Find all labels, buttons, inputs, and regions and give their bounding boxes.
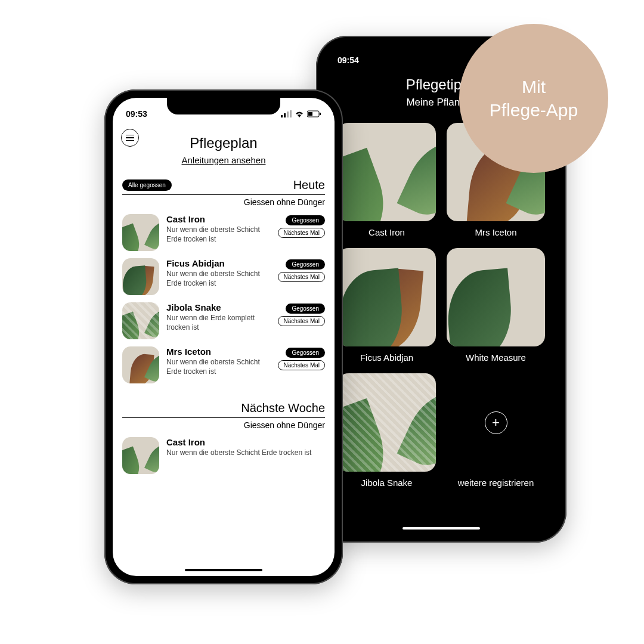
section-title-next-week: Nächste Woche — [241, 401, 325, 415]
plant-name: Jibola Snake — [166, 302, 271, 312]
plant-thumb[interactable] — [122, 258, 159, 295]
plant-name: Cast Iron — [166, 437, 325, 447]
next-time-button[interactable]: Nächstes Mal — [278, 316, 325, 326]
plant-name: Ficus Abidjan — [166, 258, 271, 268]
watered-button[interactable]: Gegossen — [286, 348, 325, 358]
status-time: 09:54 — [338, 55, 359, 65]
plant-desc: Nur wenn die oberste Schicht Erde trocke… — [166, 270, 271, 288]
status-time: 09:53 — [126, 109, 147, 119]
plant-tile[interactable]: White Measure — [447, 248, 545, 363]
svg-rect-13 — [308, 112, 312, 116]
next-time-button[interactable]: Nächstes Mal — [278, 228, 325, 238]
section-title-today: Heute — [293, 178, 325, 192]
phone-pflegeplan: 09:53 Pflegeplan Anleitungen ansehen All… — [104, 89, 343, 584]
plus-icon: + — [485, 411, 507, 434]
next-time-button[interactable]: Nächstes Mal — [278, 272, 325, 282]
home-indicator[interactable] — [402, 527, 480, 530]
svg-rect-12 — [320, 113, 321, 115]
menu-button[interactable] — [121, 129, 139, 147]
plant-row: Mrs Iceton Nur wenn die oberste Schicht … — [113, 339, 335, 383]
notch — [167, 98, 280, 114]
plant-desc: Nur wenn die oberste Schicht Erde trocke… — [166, 448, 325, 458]
plant-thumb[interactable] — [122, 437, 159, 474]
section-subtitle: Giessen ohne Dünger — [113, 418, 335, 430]
plant-name: Mrs Iceton — [166, 346, 271, 357]
svg-rect-10 — [290, 110, 292, 117]
tile-label: Mrs Iceton — [475, 227, 516, 237]
plant-row: Ficus Abidjan Nur wenn die oberste Schic… — [113, 251, 335, 295]
badge-line1: Mit — [522, 77, 546, 97]
plant-thumb[interactable] — [122, 214, 159, 251]
home-indicator[interactable] — [185, 569, 262, 571]
wifi-icon — [295, 110, 304, 117]
svg-rect-8 — [284, 113, 286, 117]
all-watered-button[interactable]: Alle gegossen — [122, 179, 172, 191]
watered-button[interactable]: Gegossen — [286, 304, 325, 314]
next-time-button[interactable]: Nächstes Mal — [278, 360, 325, 370]
section-subtitle: Giessen ohne Dünger — [113, 195, 335, 207]
plant-row: Cast Iron Nur wenn die oberste Schicht E… — [113, 207, 335, 251]
plant-thumb[interactable] — [122, 346, 159, 383]
plant-tile[interactable]: Cast Iron — [338, 123, 436, 237]
badge-line2: Pflege-App — [490, 100, 578, 120]
tile-label: Ficus Abidjan — [360, 352, 413, 363]
plant-tile[interactable]: Ficus Abidjan — [338, 248, 436, 363]
add-plant-tile[interactable]: + weitere registrieren — [447, 373, 545, 488]
plant-desc: Nur wenn die oberste Schicht Erde trocke… — [166, 225, 271, 244]
tile-label: White Measure — [466, 352, 526, 363]
plant-desc: Nur wenn die Erde komplett trocken ist — [166, 314, 271, 332]
plant-row: Cast Iron Nur wenn die oberste Schicht E… — [113, 430, 335, 474]
svg-rect-7 — [281, 115, 283, 117]
plant-desc: Nur wenn die oberste Schicht Erde trocke… — [166, 358, 271, 376]
instructions-link[interactable]: Anleitungen ansehen — [113, 155, 335, 165]
svg-rect-9 — [287, 112, 289, 117]
watered-button[interactable]: Gegossen — [286, 215, 325, 225]
tile-label: weitere registrieren — [458, 478, 534, 488]
plant-row: Jibola Snake Nur wenn die Erde komplett … — [113, 295, 335, 339]
battery-icon — [307, 110, 321, 117]
watered-button[interactable]: Gegossen — [286, 259, 325, 270]
plant-thumb[interactable] — [122, 302, 159, 339]
tile-label: Jibola Snake — [361, 478, 413, 488]
promo-badge: Mit Pflege-App — [459, 24, 608, 173]
plant-name: Cast Iron — [166, 214, 271, 224]
signal-icon — [281, 110, 292, 117]
plant-tile[interactable]: Jibola Snake — [338, 373, 436, 488]
page-title: Pflegeplan — [113, 135, 335, 151]
tile-label: Cast Iron — [369, 227, 405, 237]
